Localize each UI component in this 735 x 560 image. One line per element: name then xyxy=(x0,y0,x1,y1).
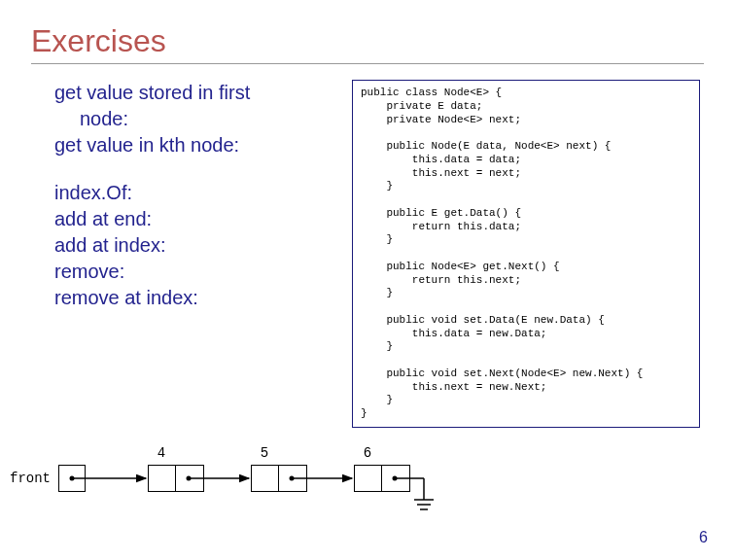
bullet-1: get value stored in first xyxy=(54,80,352,106)
bullet-1b: node: xyxy=(54,106,352,132)
content-row: get value stored in first node: get valu… xyxy=(31,80,704,428)
bullet-5: add at index: xyxy=(54,232,352,259)
bullet-7: remove at index: xyxy=(54,285,352,311)
bullet-3: index.Of: xyxy=(54,180,352,206)
bullet-column: get value stored in first node: get valu… xyxy=(31,80,352,311)
page-number: 6 xyxy=(699,529,708,546)
bullet-2: get value in kth node: xyxy=(54,132,352,158)
bullet-4: add at end: xyxy=(54,206,352,232)
title-rule xyxy=(31,63,704,64)
arrows-svg xyxy=(0,449,447,527)
slide-title: Exercises xyxy=(31,23,704,59)
code-box: public class Node<E> { private E data; p… xyxy=(352,80,700,428)
bullet-6: remove: xyxy=(54,259,352,285)
linked-list-diagram: front 4 5 6 xyxy=(0,449,447,527)
